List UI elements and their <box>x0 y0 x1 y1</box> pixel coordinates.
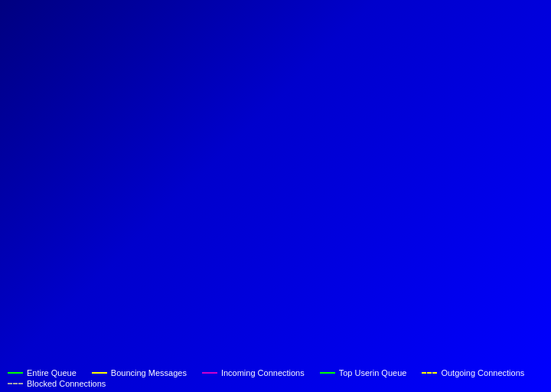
legend-incoming-connections: Incoming Connections <box>202 368 305 377</box>
legend-bouncing-icon <box>92 372 107 374</box>
legend-incoming-icon <box>202 372 217 374</box>
legend-outgoing-icon <box>422 372 437 374</box>
legend-top-userin: Top Userin Queue <box>320 368 407 377</box>
legend: Entire Queue Bouncing Messages Incoming … <box>8 368 543 388</box>
legend-blocked-connections: Blocked Connections <box>8 379 106 388</box>
legend-outgoing-connections: Outgoing Connections <box>422 368 524 377</box>
legend-incoming-label: Incoming Connections <box>221 368 305 377</box>
legend-bouncing-messages: Bouncing Messages <box>92 368 187 377</box>
chart-container: Entire Queue Bouncing Messages Incoming … <box>0 0 551 392</box>
legend-bouncing-label: Bouncing Messages <box>111 368 187 377</box>
chart-canvas <box>0 0 551 392</box>
legend-outgoing-label: Outgoing Connections <box>441 368 524 377</box>
legend-entire-queue: Entire Queue <box>8 368 77 377</box>
legend-entire-queue-icon <box>8 372 23 374</box>
legend-top-userin-label: Top Userin Queue <box>339 368 407 377</box>
legend-blocked-icon <box>8 383 23 384</box>
legend-blocked-label: Blocked Connections <box>27 379 106 388</box>
legend-entire-queue-label: Entire Queue <box>27 368 77 377</box>
legend-top-userin-icon <box>320 372 335 374</box>
